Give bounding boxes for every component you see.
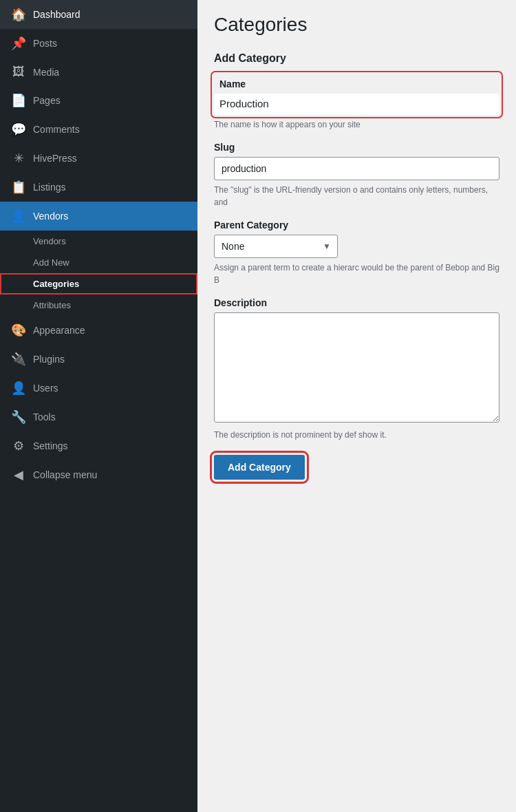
sidebar-item-appearance[interactable]: 🎨 Appearance	[0, 316, 197, 345]
name-label: Name	[214, 74, 499, 89]
hivepress-icon: ✳	[11, 151, 26, 166]
vendors-submenu: Vendors Add New Categories Attributes	[0, 231, 197, 316]
sidebar-item-label: Tools	[33, 412, 56, 423]
sidebar-item-label: Collapse menu	[33, 469, 97, 480]
name-input[interactable]	[214, 94, 499, 115]
parent-category-group: Parent Category None ▼ Assign a parent t…	[214, 220, 499, 286]
slug-input[interactable]	[214, 157, 499, 180]
sidebar-item-label: Plugins	[33, 354, 65, 365]
sidebar-item-label: Users	[33, 383, 58, 394]
description-textarea[interactable]	[214, 312, 499, 423]
users-icon: 👤	[11, 381, 26, 396]
main-content: Categories Add Category Name The name is…	[197, 0, 516, 812]
parent-category-label: Parent Category	[214, 220, 499, 231]
vendors-icon: 👤	[11, 209, 26, 224]
parent-category-select[interactable]: None	[214, 235, 338, 258]
posts-icon: 📌	[11, 36, 26, 51]
sidebar-item-label: Comments	[33, 124, 80, 135]
sidebar-item-settings[interactable]: ⚙ Settings	[0, 431, 197, 460]
add-category-heading: Add Category	[214, 52, 499, 65]
sidebar-item-plugins[interactable]: 🔌 Plugins	[0, 345, 197, 374]
sidebar-item-label: HivePress	[33, 153, 77, 164]
name-field-group: Name The name is how it appears on your …	[214, 74, 499, 131]
submenu-item-add-new[interactable]: Add New	[0, 252, 197, 273]
sidebar-item-label: Listings	[33, 182, 65, 193]
media-icon: 🖼	[11, 65, 26, 79]
submenu-item-categories[interactable]: Categories	[0, 273, 197, 295]
sidebar-item-label: Pages	[33, 95, 61, 106]
sidebar-item-posts[interactable]: 📌 Posts	[0, 29, 197, 58]
sidebar-item-users[interactable]: 👤 Users	[0, 374, 197, 403]
sidebar-item-label: Posts	[33, 38, 57, 49]
appearance-icon: 🎨	[11, 323, 26, 338]
sidebar-item-tools[interactable]: 🔧 Tools	[0, 403, 197, 431]
sidebar-item-pages[interactable]: 📄 Pages	[0, 86, 197, 115]
sidebar-item-label: Vendors	[33, 211, 68, 222]
parent-description: Assign a parent term to create a hierarc…	[214, 261, 499, 286]
sidebar-item-media[interactable]: 🖼 Media	[0, 58, 197, 86]
description-label: Description	[214, 297, 499, 308]
description-field-group: Description The description is not promi…	[214, 297, 499, 441]
sidebar-item-label: Dashboard	[33, 9, 80, 20]
listings-icon: 📋	[11, 180, 26, 195]
submit-group: Add Category	[214, 455, 499, 480]
submenu-item-vendors[interactable]: Vendors	[0, 231, 197, 252]
submenu-item-attributes[interactable]: Attributes	[0, 295, 197, 316]
sidebar-item-label: Appearance	[33, 325, 85, 336]
sidebar-item-vendors[interactable]: 👤 Vendors	[0, 202, 197, 231]
name-highlight-box: Name	[214, 74, 499, 115]
comments-icon: 💬	[11, 122, 26, 137]
sidebar-item-comments[interactable]: 💬 Comments	[0, 115, 197, 144]
add-category-section: Add Category Name The name is how it app…	[214, 52, 499, 480]
plugins-icon: 🔌	[11, 352, 26, 367]
tools-icon: 🔧	[11, 409, 26, 425]
slug-field-group: Slug The "slug" is the URL-friendly vers…	[214, 142, 499, 209]
parent-select-wrapper: None ▼	[214, 235, 338, 258]
pages-icon: 📄	[11, 93, 26, 108]
name-description: The name is how it appears on your site	[214, 118, 499, 131]
description-note: The description is not prominent by def …	[214, 429, 499, 441]
slug-label: Slug	[214, 142, 499, 153]
slug-description: The "slug" is the URL-friendly version o…	[214, 184, 499, 209]
sidebar-item-collapse[interactable]: ◀ Collapse menu	[0, 460, 197, 489]
sidebar-item-label: Settings	[33, 440, 68, 451]
dashboard-icon: 🏠	[11, 7, 26, 22]
sidebar-item-listings[interactable]: 📋 Listings	[0, 173, 197, 202]
sidebar-item-label: Media	[33, 67, 59, 78]
settings-icon: ⚙	[11, 438, 26, 453]
sidebar-item-dashboard[interactable]: 🏠 Dashboard	[0, 0, 197, 29]
add-category-button[interactable]: Add Category	[214, 455, 305, 480]
page-title: Categories	[214, 14, 499, 36]
sidebar: 🏠 Dashboard 📌 Posts 🖼 Media 📄 Pages 💬 Co…	[0, 0, 197, 812]
sidebar-item-hivepress[interactable]: ✳ HivePress	[0, 144, 197, 173]
collapse-icon: ◀	[11, 467, 26, 482]
